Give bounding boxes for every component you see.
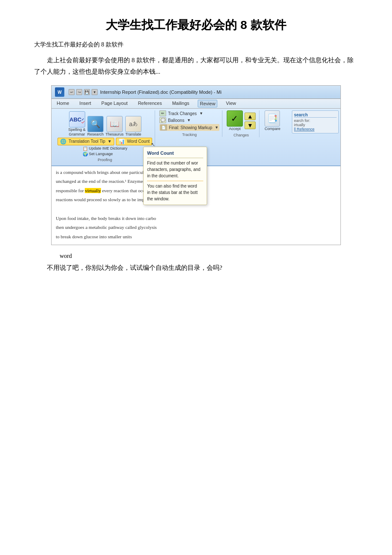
next-change-icon[interactable]: ▼: [245, 121, 256, 129]
track-changes-icon: ✏: [159, 110, 166, 116]
page-title: 大学生找工作最好必会的 8 款软件: [34, 17, 358, 33]
virtually-label: irtually: [294, 123, 337, 127]
translate-button[interactable]: aあ Translate: [125, 116, 141, 137]
accept-row: ✓ Accept ▲ ▼: [227, 110, 256, 131]
word-screenshot: W ↩ ↪ 💾 ▼ Internship Report (Finalized).…: [51, 85, 341, 245]
language-icon: 🌍: [83, 152, 88, 156]
spelling-icon: ABC✓: [69, 111, 85, 127]
tooltip-title: Word Count: [147, 150, 203, 159]
translate-label: Translate: [125, 132, 141, 137]
doc-line-8: to break down glucose into smaller units: [56, 233, 336, 241]
word-count-button[interactable]: 📊 Word Count ↖ Word Count Find out the n…: [116, 138, 152, 145]
tab-references[interactable]: References: [136, 100, 164, 107]
word-label: word: [60, 253, 358, 260]
tab-home[interactable]: Home: [55, 100, 71, 107]
balloons-label: Balloons: [168, 118, 184, 123]
accept-button[interactable]: ✓ Accept: [227, 110, 243, 131]
tab-view[interactable]: View: [224, 100, 238, 107]
highlight-virtually: virtually: [85, 188, 101, 193]
markup-icon: 📄: [160, 124, 167, 130]
proofing-buttons: ABC✓ Spelling &Grammar 🔍 Research 📖 Thes…: [68, 111, 141, 137]
tooltip-divider: [147, 181, 203, 181]
accept-label: Accept: [229, 127, 241, 131]
update-ime-button[interactable]: 📋 Update IME Dictionary: [81, 146, 129, 151]
track-changes-label: Track Changes: [168, 111, 196, 116]
set-language-button[interactable]: 🌍 Set Language: [81, 151, 129, 157]
change-arrows: ▲ ▼: [245, 113, 256, 129]
word-count-label: Word Count: [127, 139, 150, 144]
compare-label: Compare: [265, 127, 280, 131]
spelling-label: Spelling &Grammar: [68, 127, 86, 137]
accept-icon: ✓: [227, 110, 243, 127]
ribbon-sidebar-panel: search earch for: irtually ll Reference: [292, 110, 339, 133]
ribbon-group-proofing: ABC✓ Spelling &Grammar 🔍 Research 📖 Thes…: [54, 110, 155, 163]
translate-icon: aあ: [125, 116, 141, 132]
tracking-group-label: Tracking: [159, 133, 219, 137]
research-icon: 🔍: [87, 116, 104, 132]
doc-line-7: then undergoes a metabolic pathway calle…: [56, 224, 336, 231]
word-titlebar-text: Internship Report (Finalized).doc (Compa…: [100, 90, 222, 95]
tooltip-line5: in the status bar at the bott: [147, 189, 203, 196]
translation-icon: 🌐: [60, 139, 66, 145]
ribbon-row1: ABC✓ Spelling &Grammar 🔍 Research 📖 Thes…: [54, 110, 338, 163]
thesaurus-icon: 📖: [107, 116, 123, 132]
ime-icon: 📋: [83, 146, 88, 151]
changes-group-label: Changes: [233, 133, 249, 137]
track-changes-arrow: ▼: [199, 111, 203, 116]
proofing-row2: 🌐 Translation Tool Tip ▼ 📊 Word Count ↖ …: [58, 138, 152, 145]
spelling-grammar-button[interactable]: ABC✓ Spelling &Grammar: [68, 111, 86, 137]
tooltip-line4: You can also find the word: [147, 183, 203, 189]
proofing-extra: 📋 Update IME Dictionary 🌍 Set Language: [81, 146, 129, 157]
tab-review[interactable]: Review: [198, 100, 217, 107]
tooltip-line3: in the document.: [147, 173, 203, 179]
search-header: search: [294, 113, 337, 118]
reference-link[interactable]: ll Reference: [294, 127, 337, 131]
ribbon-group-tracking: ✏ Track Changes ▼ 💬 Balloons ▼ 📄 Final: …: [157, 110, 222, 137]
tab-mailings[interactable]: Mailings: [170, 100, 191, 107]
balloons-arrow: ▼: [187, 118, 191, 122]
final-showing-button[interactable]: 📄 Final: Showing Markup ▼: [159, 124, 219, 131]
translation-tooltip-button[interactable]: 🌐 Translation Tool Tip ▼: [58, 138, 114, 145]
undo-icon[interactable]: ↩: [69, 89, 75, 95]
prev-change-icon[interactable]: ▲: [245, 113, 256, 120]
final-showing-label: Final: Showing Markup: [169, 125, 212, 130]
search-for-label: earch for:: [294, 119, 337, 123]
doc-line-6: Upon food intake, the body breaks it dow…: [56, 215, 336, 223]
final-arrow: ▼: [215, 125, 219, 130]
balloons-button[interactable]: 💬 Balloons ▼: [159, 117, 219, 123]
tab-page-layout[interactable]: Page Layout: [100, 100, 130, 107]
word-ribbon: ABC✓ Spelling &Grammar 🔍 Research 📖 Thes…: [52, 109, 340, 166]
tooltip-line1: Find out the number of wor: [147, 160, 203, 166]
word-titlebar: W ↩ ↪ 💾 ▼ Internship Report (Finalized).…: [52, 86, 340, 99]
research-label: Research: [87, 132, 104, 137]
dropdown-arrow-icon: ▼: [107, 139, 112, 144]
closing-text: 不用说了吧，你别以为你会，试试编个自动生成的目录，会吗?: [34, 262, 358, 274]
set-language-label: Set Language: [89, 152, 113, 156]
wordcount-icon: 📊: [118, 139, 125, 145]
intro-text: 走上社会前最好要学会使用的 8 款软件，都是通用的，大家都可以用，和专业无关。现…: [34, 55, 358, 78]
tab-insert[interactable]: Insert: [78, 100, 93, 107]
word-menubar: Home Insert Page Layout References Maili…: [52, 99, 340, 109]
tooltip-line6: the window.: [147, 196, 203, 202]
titlebar-controls: ↩ ↪ 💾 ▼: [69, 89, 98, 95]
track-changes-button[interactable]: ✏ Track Changes ▼: [159, 110, 219, 116]
subtitle: 大学生找工作最好必会的 8 款软件: [34, 41, 358, 49]
proofing-group-label: Proofing: [98, 158, 112, 162]
word-count-tooltip: Word Count Find out the number of wor ch…: [143, 147, 207, 205]
translation-tooltip-label: Translation Tool Tip: [69, 139, 105, 144]
research-button[interactable]: 🔍 Research: [87, 116, 104, 137]
thesaurus-label: Thesaurus: [105, 132, 124, 137]
ribbon-group-changes: ✓ Accept ▲ ▼ Changes: [224, 110, 259, 137]
tooltip-line2: characters, paragraphs, and: [147, 166, 203, 173]
compare-icon[interactable]: 📑: [265, 110, 280, 127]
redo-icon[interactable]: ↪: [76, 89, 82, 95]
update-ime-label: Update IME Dictionary: [89, 146, 127, 150]
thesaurus-button[interactable]: 📖 Thesaurus: [105, 116, 124, 137]
ribbon-group-compare: 📑 Compare: [261, 110, 284, 131]
balloons-icon: 💬: [159, 117, 166, 123]
word-logo-icon: W: [55, 87, 64, 97]
save-icon[interactable]: 💾: [84, 89, 90, 95]
doc-line-5: [56, 205, 336, 213]
quick-access-icon[interactable]: ▼: [92, 89, 98, 95]
